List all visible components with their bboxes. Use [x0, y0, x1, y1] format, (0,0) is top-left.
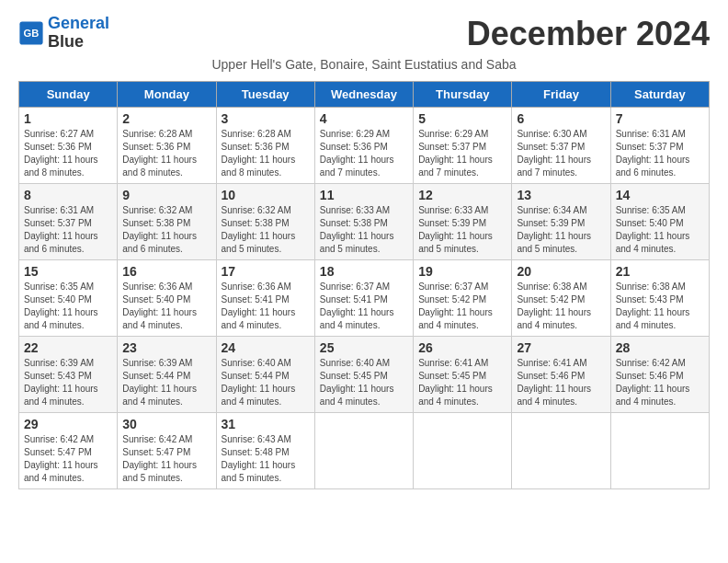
calendar-cell: 6Sunrise: 6:30 AMSunset: 5:37 PMDaylight…: [512, 108, 610, 184]
day-number: 7: [616, 111, 704, 126]
day-number: 26: [418, 340, 506, 355]
calendar-cell: 1Sunrise: 6:27 AMSunset: 5:36 PMDaylight…: [19, 108, 118, 184]
calendar-cell: 11Sunrise: 6:33 AMSunset: 5:38 PMDayligh…: [314, 184, 413, 260]
weekday-header-sunday: Sunday: [19, 82, 118, 108]
calendar-cell: 21Sunrise: 6:38 AMSunset: 5:43 PMDayligh…: [610, 260, 709, 337]
day-number: 22: [24, 340, 112, 355]
calendar-cell: 27Sunrise: 6:41 AMSunset: 5:46 PMDayligh…: [512, 337, 610, 413]
day-info: Sunrise: 6:36 AMSunset: 5:40 PMDaylight:…: [122, 281, 210, 332]
calendar-week-5: 29Sunrise: 6:42 AMSunset: 5:47 PMDayligh…: [19, 413, 710, 489]
calendar-cell: 19Sunrise: 6:37 AMSunset: 5:42 PMDayligh…: [414, 260, 512, 337]
day-info: Sunrise: 6:30 AMSunset: 5:37 PMDaylight:…: [517, 128, 605, 179]
logo: GB General Blue: [18, 15, 109, 52]
day-info: Sunrise: 6:28 AMSunset: 5:36 PMDaylight:…: [122, 128, 210, 179]
calendar-cell: 23Sunrise: 6:39 AMSunset: 5:44 PMDayligh…: [118, 337, 216, 413]
page-title: December 2024: [467, 15, 710, 53]
calendar-cell: [512, 413, 610, 489]
day-info: Sunrise: 6:35 AMSunset: 5:40 PMDaylight:…: [24, 281, 112, 332]
calendar-week-2: 8Sunrise: 6:31 AMSunset: 5:37 PMDaylight…: [19, 184, 710, 260]
logo-line2: Blue: [48, 33, 109, 52]
logo-icon: GB: [18, 20, 44, 46]
weekday-header-saturday: Saturday: [610, 82, 709, 108]
day-number: 15: [24, 264, 112, 279]
weekday-header-row: SundayMondayTuesdayWednesdayThursdayFrid…: [19, 82, 710, 108]
day-info: Sunrise: 6:29 AMSunset: 5:37 PMDaylight:…: [418, 128, 506, 179]
day-number: 6: [517, 111, 605, 126]
day-info: Sunrise: 6:38 AMSunset: 5:43 PMDaylight:…: [616, 281, 704, 332]
calendar-week-4: 22Sunrise: 6:39 AMSunset: 5:43 PMDayligh…: [19, 337, 710, 413]
day-info: Sunrise: 6:38 AMSunset: 5:42 PMDaylight:…: [517, 281, 605, 332]
calendar-cell: 30Sunrise: 6:42 AMSunset: 5:47 PMDayligh…: [118, 413, 216, 489]
day-number: 12: [418, 188, 506, 202]
day-number: 30: [122, 417, 210, 431]
day-number: 8: [24, 188, 112, 202]
day-number: 27: [517, 340, 605, 355]
day-info: Sunrise: 6:37 AMSunset: 5:42 PMDaylight:…: [418, 281, 506, 332]
day-number: 2: [122, 111, 210, 126]
day-number: 18: [320, 264, 408, 279]
calendar-week-1: 1Sunrise: 6:27 AMSunset: 5:36 PMDaylight…: [19, 108, 710, 184]
page-container: GB General Blue December 2024 Upper Hell…: [0, 0, 728, 504]
calendar-cell: 22Sunrise: 6:39 AMSunset: 5:43 PMDayligh…: [19, 337, 118, 413]
day-info: Sunrise: 6:34 AMSunset: 5:39 PMDaylight:…: [517, 204, 605, 256]
calendar-cell: [414, 413, 512, 489]
calendar-cell: 3Sunrise: 6:28 AMSunset: 5:36 PMDaylight…: [216, 108, 314, 184]
day-number: 10: [222, 188, 310, 202]
day-number: 24: [222, 340, 310, 355]
day-info: Sunrise: 6:42 AMSunset: 5:46 PMDaylight:…: [616, 357, 704, 408]
day-number: 25: [320, 340, 408, 355]
day-number: 20: [517, 264, 605, 279]
calendar-table: SundayMondayTuesdayWednesdayThursdayFrid…: [18, 81, 710, 489]
day-info: Sunrise: 6:27 AMSunset: 5:36 PMDaylight:…: [24, 128, 112, 179]
calendar-cell: 14Sunrise: 6:35 AMSunset: 5:40 PMDayligh…: [610, 184, 709, 260]
day-number: 9: [122, 188, 210, 202]
day-info: Sunrise: 6:35 AMSunset: 5:40 PMDaylight:…: [616, 204, 704, 256]
day-number: 1: [24, 111, 112, 126]
page-header: GB General Blue December 2024: [18, 15, 710, 53]
day-info: Sunrise: 6:36 AMSunset: 5:41 PMDaylight:…: [222, 281, 310, 332]
day-number: 4: [320, 111, 408, 126]
calendar-cell: [610, 413, 709, 489]
day-number: 14: [616, 188, 704, 202]
calendar-cell: 18Sunrise: 6:37 AMSunset: 5:41 PMDayligh…: [314, 260, 413, 337]
day-number: 5: [418, 111, 506, 126]
day-info: Sunrise: 6:41 AMSunset: 5:46 PMDaylight:…: [517, 357, 605, 408]
day-info: Sunrise: 6:31 AMSunset: 5:37 PMDaylight:…: [616, 128, 704, 179]
day-number: 23: [122, 340, 210, 355]
calendar-cell: 8Sunrise: 6:31 AMSunset: 5:37 PMDaylight…: [19, 184, 118, 260]
day-info: Sunrise: 6:28 AMSunset: 5:36 PMDaylight:…: [222, 128, 310, 179]
day-info: Sunrise: 6:31 AMSunset: 5:37 PMDaylight:…: [24, 204, 112, 256]
calendar-cell: 25Sunrise: 6:40 AMSunset: 5:45 PMDayligh…: [314, 337, 413, 413]
day-number: 16: [122, 264, 210, 279]
calendar-cell: 24Sunrise: 6:40 AMSunset: 5:44 PMDayligh…: [216, 337, 314, 413]
day-info: Sunrise: 6:42 AMSunset: 5:47 PMDaylight:…: [122, 433, 210, 485]
weekday-header-wednesday: Wednesday: [314, 82, 413, 108]
day-number: 17: [222, 264, 310, 279]
calendar-cell: 15Sunrise: 6:35 AMSunset: 5:40 PMDayligh…: [19, 260, 118, 337]
calendar-cell: 7Sunrise: 6:31 AMSunset: 5:37 PMDaylight…: [610, 108, 709, 184]
day-info: Sunrise: 6:33 AMSunset: 5:39 PMDaylight:…: [418, 204, 506, 256]
weekday-header-thursday: Thursday: [414, 82, 512, 108]
calendar-cell: 10Sunrise: 6:32 AMSunset: 5:38 PMDayligh…: [216, 184, 314, 260]
calendar-cell: 4Sunrise: 6:29 AMSunset: 5:36 PMDaylight…: [314, 108, 413, 184]
calendar-cell: 20Sunrise: 6:38 AMSunset: 5:42 PMDayligh…: [512, 260, 610, 337]
logo-text: General Blue: [48, 15, 109, 52]
day-info: Sunrise: 6:40 AMSunset: 5:45 PMDaylight:…: [320, 357, 408, 408]
calendar-cell: 9Sunrise: 6:32 AMSunset: 5:38 PMDaylight…: [118, 184, 216, 260]
day-info: Sunrise: 6:42 AMSunset: 5:47 PMDaylight:…: [24, 433, 112, 485]
calendar-cell: 16Sunrise: 6:36 AMSunset: 5:40 PMDayligh…: [118, 260, 216, 337]
day-info: Sunrise: 6:32 AMSunset: 5:38 PMDaylight:…: [122, 204, 210, 256]
day-number: 13: [517, 188, 605, 202]
day-info: Sunrise: 6:40 AMSunset: 5:44 PMDaylight:…: [222, 357, 310, 408]
day-number: 3: [222, 111, 310, 126]
page-subtitle: Upper Hell's Gate, Bonaire, Saint Eustat…: [18, 57, 710, 72]
day-number: 29: [24, 417, 112, 431]
weekday-header-tuesday: Tuesday: [216, 82, 314, 108]
calendar-cell: 13Sunrise: 6:34 AMSunset: 5:39 PMDayligh…: [512, 184, 610, 260]
calendar-cell: 26Sunrise: 6:41 AMSunset: 5:45 PMDayligh…: [414, 337, 512, 413]
day-number: 21: [616, 264, 704, 279]
calendar-cell: 29Sunrise: 6:42 AMSunset: 5:47 PMDayligh…: [19, 413, 118, 489]
calendar-cell: 2Sunrise: 6:28 AMSunset: 5:36 PMDaylight…: [118, 108, 216, 184]
day-number: 31: [222, 417, 310, 431]
day-info: Sunrise: 6:33 AMSunset: 5:38 PMDaylight:…: [320, 204, 408, 256]
